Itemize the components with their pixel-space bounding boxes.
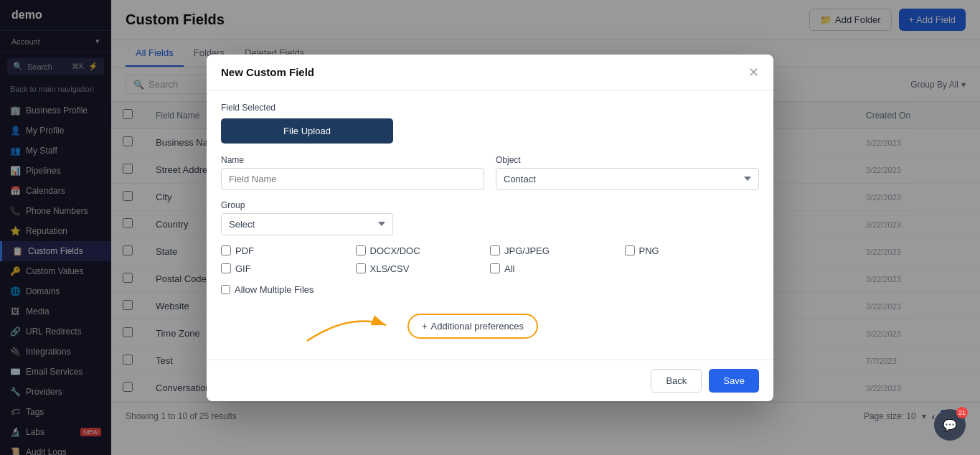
checkbox-xls: XLS/CSV: [356, 263, 491, 274]
file-upload-button[interactable]: File Upload: [221, 118, 393, 144]
allow-multiple-row: Allow Multiple Files: [221, 284, 759, 295]
modal-footer: Back Save: [207, 360, 773, 401]
checkbox-all: All: [490, 263, 625, 274]
checkbox-gif: GIF: [221, 263, 356, 274]
xls-label: XLS/CSV: [370, 263, 410, 274]
back-button[interactable]: Back: [651, 369, 702, 393]
chat-bubble[interactable]: 💬 21: [934, 409, 966, 441]
save-button[interactable]: Save: [709, 369, 759, 393]
chat-icon: 💬: [943, 418, 957, 432]
modal-header: New Custom Field ✕: [207, 55, 773, 91]
new-custom-field-modal: New Custom Field ✕ Field Selected File U…: [207, 55, 773, 401]
object-group: Object Contact: [496, 155, 759, 190]
xls-checkbox[interactable]: [356, 263, 366, 273]
checkbox-grid: PDF DOCX/DOC JPG/JPEG PNG: [221, 245, 759, 274]
jpg-checkbox[interactable]: [490, 245, 500, 255]
gif-label: GIF: [235, 263, 251, 274]
checkbox-jpg: JPG/JPEG: [490, 245, 625, 256]
gif-checkbox[interactable]: [221, 263, 231, 273]
file-type-checkboxes: PDF DOCX/DOC JPG/JPEG PNG: [221, 245, 759, 274]
docx-label: DOCX/DOC: [370, 245, 420, 256]
all-label: All: [504, 263, 514, 274]
arrow-annotation-svg: [293, 305, 407, 344]
additional-preferences-button[interactable]: + Additional preferences: [407, 314, 538, 339]
all-checkbox[interactable]: [490, 263, 500, 273]
field-selected-label: Field Selected: [221, 103, 759, 113]
plus-icon: +: [422, 321, 428, 332]
jpg-label: JPG/JPEG: [504, 245, 550, 256]
docx-checkbox[interactable]: [356, 245, 366, 255]
group-label: Group: [221, 200, 393, 210]
name-object-row: Name Object Contact: [221, 155, 759, 190]
modal-overlay[interactable]: New Custom Field ✕ Field Selected File U…: [0, 0, 980, 455]
name-input[interactable]: [221, 168, 484, 190]
modal-body: Field Selected File Upload Name Object C…: [207, 91, 773, 360]
allow-multiple-checkbox[interactable]: [221, 285, 230, 294]
png-checkbox[interactable]: [625, 245, 635, 255]
modal-close-button[interactable]: ✕: [748, 66, 759, 79]
group-field-group: Group Select: [221, 200, 393, 235]
name-group: Name: [221, 155, 484, 190]
checkbox-pdf: PDF: [221, 245, 356, 256]
object-label: Object: [496, 155, 759, 165]
checkbox-docx: DOCX/DOC: [356, 245, 491, 256]
checkbox-png: PNG: [625, 245, 760, 256]
additional-prefs-area: + Additional preferences: [221, 305, 759, 348]
pdf-checkbox[interactable]: [221, 245, 231, 255]
chat-badge: 21: [956, 407, 968, 418]
modal-title: New Custom Field: [221, 66, 314, 78]
additional-prefs-label: Additional preferences: [431, 321, 524, 332]
allow-multiple-label: Allow Multiple Files: [235, 284, 314, 295]
png-label: PNG: [639, 245, 659, 256]
name-label: Name: [221, 155, 484, 165]
group-select[interactable]: Select: [221, 213, 393, 235]
pdf-label: PDF: [235, 245, 254, 256]
object-select[interactable]: Contact: [496, 168, 759, 190]
group-row: Group Select: [221, 200, 759, 235]
